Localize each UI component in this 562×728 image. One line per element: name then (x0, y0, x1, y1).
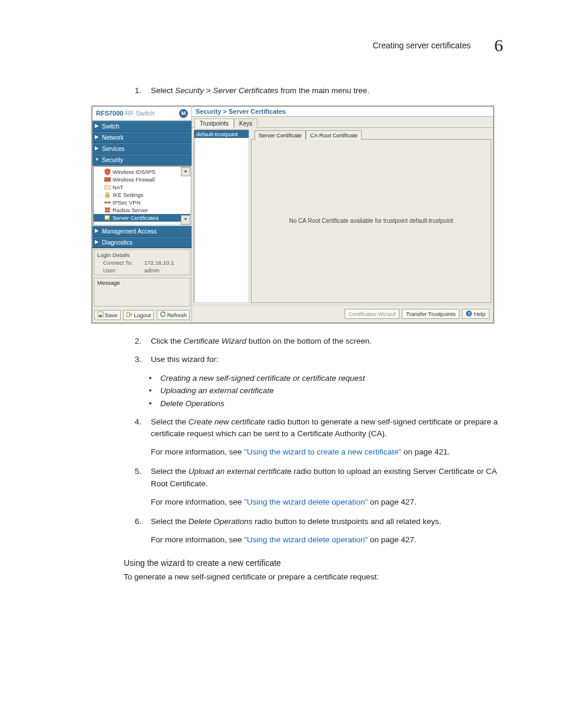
step-3: 3. Use this wizard for: (130, 354, 503, 366)
wizard-create-link[interactable]: "Using the wizard to create a new certif… (244, 447, 401, 456)
firewall-icon (104, 176, 111, 183)
step-number: 3. (130, 354, 141, 366)
main-panel: Security > Server Certificates Trustpoin… (192, 107, 493, 322)
certificate-tabs: Server Certificate CA Root Certificate (251, 130, 491, 139)
svg-rect-7 (105, 207, 110, 209)
nav-section-services[interactable]: Services (92, 143, 191, 154)
tree-item-wireless-ids[interactable]: Wireless IDS/IPS (94, 168, 190, 176)
nav-section-switch[interactable]: Switch (92, 121, 191, 132)
save-button[interactable]: Save (94, 310, 121, 320)
refresh-icon (160, 311, 166, 319)
page: Creating server certificates 6 1. Select… (0, 0, 562, 728)
step-5: 5. Select the Upload an external certifi… (130, 466, 503, 490)
scroll-up-icon[interactable]: ▴ (181, 167, 190, 176)
svg-rect-12 (99, 315, 102, 317)
tree-item-wireless-firewall[interactable]: Wireless Firewall (94, 176, 190, 183)
tree-item-nat[interactable]: NAT (94, 183, 190, 191)
tab-trustpoints[interactable]: Trustpoints (194, 118, 234, 128)
certificate-body: No CA Root Certificate available for tru… (251, 139, 491, 303)
subsection-para: To generate a new self-signed certificat… (124, 571, 503, 584)
bullet: •Uploading an external certificate (147, 384, 503, 397)
save-icon (97, 311, 104, 319)
scroll-down-icon[interactable]: ▾ (181, 215, 190, 225)
transfer-trustpoints-button[interactable]: Transfer Trustpoints (402, 309, 459, 319)
tab-keys[interactable]: Keys (234, 118, 257, 128)
vpn-icon (104, 199, 111, 206)
wizard-delete-link-2[interactable]: "Using the wizard delete operation" (244, 535, 368, 544)
step-number: 4. (130, 416, 141, 441)
logout-button[interactable]: Logout (123, 310, 154, 320)
main-body: default-trustpoint Server Certificate CA… (192, 127, 493, 305)
main-footer: Certificates Wizard Transfer Trustpoints… (192, 305, 493, 322)
trustpoint-list[interactable]: default-trustpoint (194, 130, 249, 303)
nat-icon (104, 184, 111, 190)
step-number: 2. (130, 335, 141, 348)
trustpoint-item[interactable]: default-trustpoint (194, 130, 249, 138)
message-legend: Message (97, 279, 187, 286)
main-tabs: Trustpoints Keys (192, 117, 493, 127)
step-4: 4. Select the Create new certificate rad… (130, 416, 503, 441)
nav-section-security[interactable]: Security (92, 154, 191, 166)
help-button[interactable]: ? Help (462, 309, 490, 319)
nav-section-diagnostics[interactable]: Diagnostics (92, 237, 191, 248)
help-icon: ? (466, 311, 472, 317)
content: 1. Select Security > Server Certificates… (130, 85, 503, 584)
step-text: Select the Create new certificate radio … (151, 416, 503, 441)
login-user-value: admin (144, 267, 160, 274)
login-legend: Login Details (97, 252, 187, 258)
shield-icon (104, 169, 111, 175)
step-1: 1. Select Security > Server Certificates… (130, 85, 503, 97)
nav-buttons: Save Logout Refresh (92, 308, 191, 322)
step-6-link-para: For more information, see "Using the wiz… (151, 534, 503, 546)
tab-ca-root-certificate[interactable]: CA Root Certificate (306, 130, 362, 140)
step-2: 2. Click the Certificate Wizard button o… (130, 335, 503, 348)
step-number: 5. (130, 466, 141, 490)
step-5-link-para: For more information, see "Using the wiz… (151, 496, 503, 509)
certificates-wizard-button[interactable]: Certificates Wizard (345, 309, 400, 319)
nav-section-management[interactable]: Management Access (92, 226, 191, 237)
nav-panel: RFS7000 RF Switch M Switch Network Servi… (92, 107, 192, 322)
tree-item-radius-server[interactable]: Radius Server (94, 206, 190, 214)
chapter-number: 6 (494, 35, 503, 55)
svg-point-10 (108, 218, 110, 220)
nav-section-network[interactable]: Network (92, 132, 191, 143)
bullet: •Creating a new self-signed certificate … (147, 372, 503, 385)
logout-icon (126, 311, 133, 319)
step-6: 6. Select the Delete Operations radio bu… (130, 516, 503, 528)
certificate-icon (104, 215, 111, 221)
login-details-box: Login Details Connect To: 172.16.10.1 Us… (94, 249, 190, 275)
svg-point-4 (105, 202, 107, 204)
step-text: Select the Upload an external certificat… (151, 466, 503, 490)
message-box: Message (94, 278, 190, 307)
step-number: 1. (130, 85, 141, 97)
certificate-area: Server Certificate CA Root Certificate N… (251, 130, 491, 303)
svg-rect-3 (106, 195, 110, 197)
empty-certificate-message: No CA Root Certificate available for tru… (289, 218, 453, 224)
step-3-bullets: •Creating a new self-signed certificate … (147, 372, 503, 410)
svg-rect-8 (105, 210, 110, 212)
nav-tree: ▴ Wireless IDS/IPS Wireless Firewall NAT (93, 166, 191, 225)
subsection-title: Using the wizard to create a new certifi… (124, 558, 503, 568)
bullet: •Delete Operations (147, 397, 503, 410)
tree-item-ipsec-vpn[interactable]: IPSec VPN (94, 199, 190, 206)
step-number: 6. (130, 516, 141, 528)
tab-server-certificate[interactable]: Server Certificate (254, 130, 306, 140)
wizard-delete-link[interactable]: "Using the wizard delete operation" (244, 498, 368, 506)
app-screenshot: RFS7000 RF Switch M Switch Network Servi… (91, 106, 494, 324)
lock-icon (104, 192, 111, 198)
nav-title: RFS7000 RF Switch M (92, 107, 191, 121)
step-text: Use this wizard for: (151, 354, 503, 366)
main-title: Security > Server Certificates (192, 107, 493, 117)
tree-item-ike-settings[interactable]: IKE Settings (94, 191, 190, 199)
refresh-button[interactable]: Refresh (157, 310, 190, 320)
step-4-link-para: For more information, see "Using the wiz… (151, 446, 503, 459)
tree-item-server-certificates[interactable]: Server Certificates (94, 214, 190, 222)
step-text: Click the Certificate Wizard button on t… (151, 335, 503, 348)
page-header: Creating server certificates 6 (53, 35, 509, 55)
step-text: Select the Delete Operations radio butto… (151, 516, 503, 528)
step-text: Select Security > Server Certificates fr… (151, 85, 503, 97)
login-connect-value: 172.16.10.1 (144, 259, 174, 266)
header-title: Creating server certificates (372, 41, 471, 50)
svg-point-5 (108, 202, 111, 204)
motorola-logo-icon: M (179, 109, 188, 118)
